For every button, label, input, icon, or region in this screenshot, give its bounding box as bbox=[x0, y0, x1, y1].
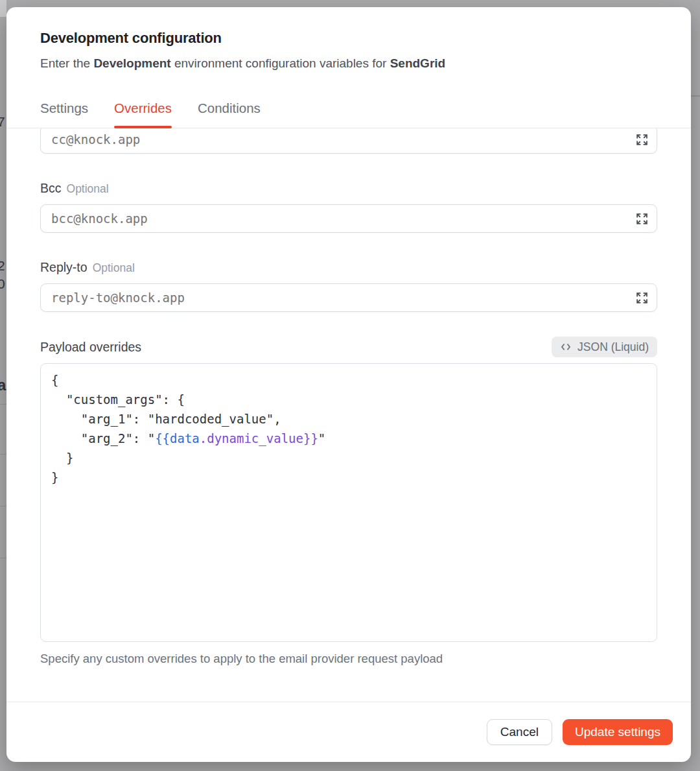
backdrop-text-fragment: i bbox=[0, 150, 1, 163]
bcc-label-row: BccOptional bbox=[40, 181, 657, 196]
backdrop-artifact bbox=[0, 0, 6, 17]
backdrop-text-fragment: 0 bbox=[0, 277, 5, 291]
backdrop-row-line bbox=[0, 454, 6, 455]
bcc-optional-hint: Optional bbox=[67, 182, 109, 195]
reply-to-label: Reply-to bbox=[40, 260, 88, 274]
update-settings-button[interactable]: Update settings bbox=[563, 719, 673, 745]
cc-input[interactable] bbox=[40, 128, 657, 154]
subtitle-text: environment configuration variables for bbox=[171, 56, 390, 70]
dialog-header: Development configuration Enter the Deve… bbox=[6, 7, 691, 71]
dialog-footer: Cancel Update settings bbox=[6, 702, 691, 762]
subtitle-environment-name: Development bbox=[93, 56, 170, 70]
editor-language-badge[interactable]: JSON (Liquid) bbox=[552, 337, 657, 357]
tab-conditions[interactable]: Conditions bbox=[198, 101, 261, 128]
tab-bar: Settings Overrides Conditions bbox=[6, 101, 691, 128]
backdrop-row-line bbox=[0, 404, 6, 405]
subtitle-text: Enter the bbox=[40, 56, 93, 70]
dialog-subtitle: Enter the Development environment config… bbox=[40, 56, 657, 71]
backdrop-text-fragment: 2 bbox=[0, 259, 5, 272]
payload-overrides-editor[interactable]: { "custom_args": { "arg_1": "hardcoded_v… bbox=[40, 363, 657, 642]
tab-overrides[interactable]: Overrides bbox=[114, 101, 172, 128]
payload-overrides-label: Payload overrides bbox=[40, 340, 141, 355]
payload-overrides-helper-text: Specify any custom overrides to apply to… bbox=[40, 652, 657, 666]
cc-expand-button[interactable] bbox=[633, 130, 651, 148]
backdrop-row-line bbox=[691, 95, 700, 97]
backdrop-row-line bbox=[0, 506, 6, 506]
overrides-tab-panel: BccOptional Reply-toOptional bbox=[6, 128, 691, 702]
code-brackets-icon bbox=[560, 341, 572, 353]
development-configuration-dialog: Development configuration Enter the Deve… bbox=[6, 7, 691, 762]
subtitle-provider-name: SendGrid bbox=[390, 56, 446, 70]
reply-to-label-row: Reply-toOptional bbox=[40, 260, 657, 275]
reply-to-expand-button[interactable] bbox=[633, 289, 651, 307]
expand-icon bbox=[635, 291, 649, 305]
backdrop-text-fragment: i bbox=[0, 181, 1, 195]
backdrop-row-line bbox=[0, 558, 6, 558]
bcc-field-wrap bbox=[40, 204, 657, 233]
backdrop-text-fragment: a bbox=[0, 377, 6, 393]
reply-to-optional-hint: Optional bbox=[93, 261, 135, 274]
expand-icon bbox=[635, 133, 649, 147]
bcc-label: Bcc bbox=[40, 181, 62, 195]
backdrop-text-fragment: 7 bbox=[0, 115, 5, 128]
expand-icon bbox=[635, 212, 649, 226]
backdrop-text-fragment: i bbox=[0, 201, 1, 215]
tab-settings[interactable]: Settings bbox=[40, 101, 88, 128]
code-editor-content: { "custom_args": { "arg_1": "hardcoded_v… bbox=[51, 370, 646, 487]
bcc-input[interactable] bbox=[40, 204, 657, 233]
cancel-button[interactable]: Cancel bbox=[487, 719, 552, 745]
reply-to-input[interactable] bbox=[40, 283, 657, 312]
editor-language-label: JSON (Liquid) bbox=[578, 340, 649, 354]
cc-field-wrap bbox=[40, 128, 657, 154]
reply-to-field-wrap bbox=[40, 283, 657, 312]
dialog-title: Development configuration bbox=[40, 30, 657, 47]
payload-overrides-header: Payload overrides JSON (Liquid) bbox=[40, 337, 657, 357]
bcc-expand-button[interactable] bbox=[633, 209, 651, 228]
